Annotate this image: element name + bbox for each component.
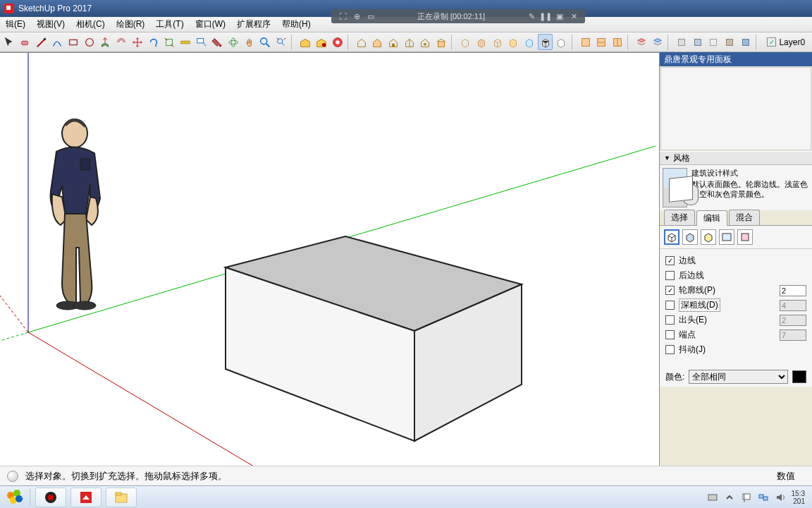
shadow-tool2[interactable]: [690, 34, 705, 50]
menu-draw[interactable]: 绘图(R): [111, 18, 151, 30]
edges-checkbox[interactable]: [665, 256, 675, 265]
box5-tool[interactable]: [522, 34, 537, 50]
select-tool[interactable]: [2, 34, 17, 50]
box2-tool[interactable]: [474, 34, 489, 50]
menu-tools[interactable]: 工具(T): [150, 18, 189, 30]
backedges-checkbox[interactable]: [665, 271, 675, 280]
rectangle-tool[interactable]: [66, 34, 81, 50]
menu-extensions[interactable]: 扩展程序: [231, 18, 276, 30]
house2-tool[interactable]: [370, 34, 385, 50]
shadow-tool3[interactable]: [706, 34, 721, 50]
task-explorer[interactable]: [106, 488, 137, 507]
warehouse-tool[interactable]: [298, 34, 313, 50]
bg-settings-icon[interactable]: [701, 229, 716, 245]
face-settings-icon[interactable]: [682, 229, 698, 245]
house5-tool[interactable]: [418, 34, 433, 50]
box1-tool[interactable]: [458, 34, 473, 50]
subtab-edit[interactable]: 编辑: [696, 210, 727, 226]
section2-tool[interactable]: [594, 34, 609, 50]
house4-tool[interactable]: [402, 34, 417, 50]
tray-clock[interactable]: 15:3 201: [792, 490, 805, 505]
style-shaded-tool[interactable]: [538, 34, 553, 50]
tray-icon-1[interactable]: [707, 492, 718, 503]
style-mono-tool[interactable]: [554, 34, 569, 50]
profile-input[interactable]: [780, 285, 806, 296]
warehouse-alt-tool[interactable]: [314, 34, 329, 50]
right-panel: 鼎唐景观专用面板 ▼ 风格 建筑设计样式 默认表面颜色。轮廓边线。浅蓝色天空和灰…: [660, 52, 812, 466]
move-tool[interactable]: [130, 34, 145, 50]
rec-camera-icon[interactable]: ▣: [555, 11, 565, 21]
start-button[interactable]: [3, 488, 27, 507]
house3-tool[interactable]: [386, 34, 401, 50]
scale-tool[interactable]: [162, 34, 177, 50]
zoom-extents-tool[interactable]: [274, 34, 289, 50]
menu-window[interactable]: 窗口(W): [190, 18, 231, 30]
panel-section-styles[interactable]: ▼ 风格: [660, 151, 812, 165]
toolbar-separator: [572, 35, 575, 50]
style-description: 默认表面颜色。轮廓边线。浅蓝色天空和灰色背景颜色。: [691, 179, 809, 199]
eraser-tool[interactable]: [18, 34, 33, 50]
extension-checkbox[interactable]: [665, 315, 675, 325]
rotate-tool[interactable]: [146, 34, 161, 50]
section3-tool[interactable]: [610, 34, 625, 50]
rec-zoom-icon[interactable]: ⊕: [352, 11, 362, 21]
toolbar-separator: [291, 35, 295, 50]
task-sketchup[interactable]: [70, 488, 102, 507]
status-icon[interactable]: [7, 471, 18, 482]
section-tool[interactable]: [578, 34, 593, 50]
menu-help[interactable]: 帮助(H): [276, 18, 316, 30]
layers-tool[interactable]: [634, 34, 649, 50]
tray-flag-icon[interactable]: [741, 492, 752, 503]
jitter-checkbox[interactable]: [665, 345, 675, 354]
viewport-3d[interactable]: [0, 52, 660, 466]
menu-edit[interactable]: 辑(E): [0, 18, 31, 30]
color-mode-select[interactable]: 全部相同: [689, 370, 788, 384]
style-thumbnail[interactable]: [663, 168, 687, 207]
extension-tool[interactable]: [330, 34, 345, 50]
recording-toolbar[interactable]: ⛶ ⊕ ▭ 正在录制 [00:02:11] ✎ ❚❚ ▣ ✕: [331, 9, 585, 23]
arc-tool[interactable]: [50, 34, 65, 50]
tape-tool[interactable]: [178, 34, 193, 50]
modeling-icon[interactable]: [737, 229, 753, 245]
task-recorder[interactable]: [35, 488, 66, 507]
rec-pause-icon[interactable]: ❚❚: [541, 11, 550, 21]
house1-tool[interactable]: [354, 34, 369, 50]
shadow-tool1[interactable]: [675, 34, 689, 50]
menu-camera[interactable]: 相机(C): [70, 18, 111, 30]
orbit-tool[interactable]: [226, 34, 241, 50]
color-swatch[interactable]: [792, 370, 806, 383]
profile-checkbox[interactable]: [665, 286, 675, 295]
text-tool[interactable]: [194, 34, 209, 50]
offset-tool[interactable]: [114, 34, 129, 50]
rec-crop-icon[interactable]: ▭: [366, 11, 376, 21]
paint-tool[interactable]: [210, 34, 225, 50]
zoom-tool[interactable]: [258, 34, 273, 50]
subtab-select[interactable]: 选择: [664, 210, 695, 225]
layer-selector[interactable]: ✓ Layer0: [761, 37, 811, 47]
endpoints-checkbox[interactable]: [665, 330, 675, 339]
edge-settings-icon[interactable]: [664, 229, 679, 245]
box4-tool[interactable]: [506, 34, 521, 50]
pushpull-tool[interactable]: [98, 34, 113, 50]
panel-header[interactable]: 鼎唐景观专用面板: [660, 52, 812, 66]
shadow-tool4[interactable]: [722, 34, 737, 50]
depth-checkbox[interactable]: [665, 301, 675, 310]
line-tool[interactable]: [34, 34, 49, 50]
circle-tool[interactable]: [82, 34, 97, 50]
tray-up-icon[interactable]: [724, 492, 735, 503]
layers2-tool[interactable]: [650, 34, 665, 50]
tray-volume-icon[interactable]: [775, 492, 786, 503]
shadow-tool5[interactable]: [738, 34, 753, 50]
subtab-mix[interactable]: 混合: [729, 210, 760, 225]
rec-pencil-icon[interactable]: ✎: [527, 11, 536, 21]
layer-visible-check[interactable]: ✓: [767, 37, 776, 47]
box3-tool[interactable]: [490, 34, 505, 50]
tray-network-icon[interactable]: [758, 492, 769, 503]
rec-fullscreen-icon[interactable]: ⛶: [338, 11, 347, 21]
toolbar-separator: [347, 35, 351, 50]
menu-view[interactable]: 视图(V): [31, 18, 70, 30]
watermark-icon[interactable]: [719, 229, 734, 245]
house6-tool[interactable]: [434, 34, 449, 50]
pan-tool[interactable]: [242, 34, 257, 50]
rec-close-icon[interactable]: ✕: [569, 11, 579, 21]
